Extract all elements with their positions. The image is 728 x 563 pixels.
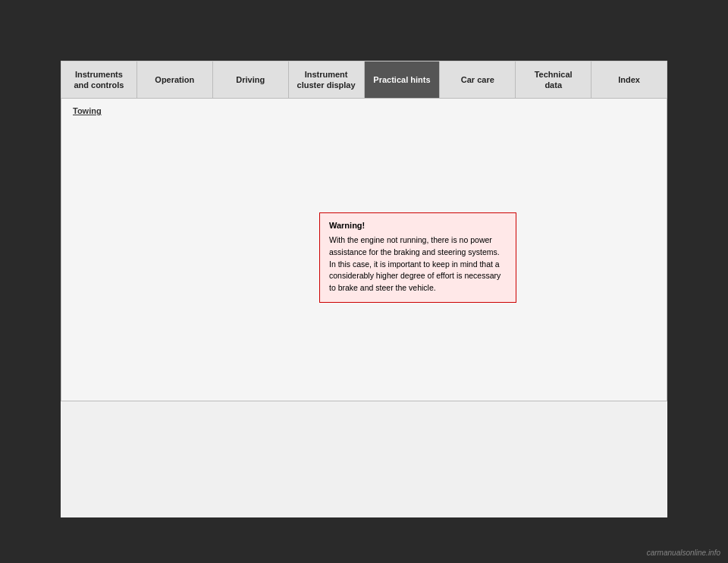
nav-bar: Instruments and controls Operation Drivi… — [61, 61, 667, 98]
main-content: Towing Warning! With the engine not runn… — [61, 98, 667, 401]
nav-item-operation[interactable]: Operation — [137, 61, 213, 98]
nav-item-technical-data[interactable]: Technical data — [516, 61, 592, 98]
watermark: carmanualsonline.info — [647, 549, 720, 557]
section-title: Towing — [73, 106, 655, 115]
warning-title: Warning! — [329, 221, 507, 230]
content-area: Instruments and controls Operation Drivi… — [61, 61, 667, 517]
nav-item-instrument-cluster[interactable]: Instrument cluster display — [289, 61, 365, 98]
nav-item-car-care[interactable]: Car care — [440, 61, 516, 98]
nav-item-index[interactable]: Index — [592, 61, 667, 98]
page-container: Instruments and controls Operation Drivi… — [0, 0, 728, 563]
warning-box: Warning! With the engine not running, th… — [319, 212, 516, 303]
nav-item-practical-hints[interactable]: Practical hints — [365, 61, 441, 98]
warning-text: With the engine not running, there is no… — [329, 234, 507, 294]
nav-item-instruments[interactable]: Instruments and controls — [61, 61, 137, 98]
nav-item-driving[interactable]: Driving — [213, 61, 289, 98]
